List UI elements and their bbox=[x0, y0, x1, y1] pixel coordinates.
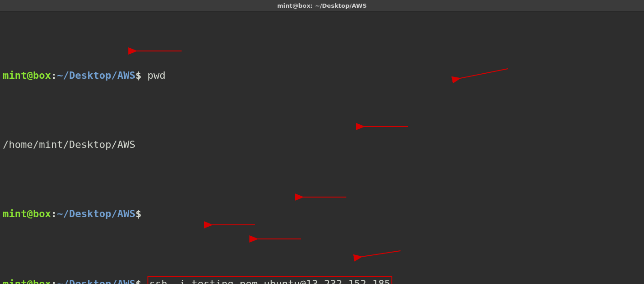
prompt-host: box bbox=[33, 278, 51, 284]
prompt-colon: : bbox=[51, 70, 57, 81]
terminal-body[interactable]: mint@box:~/Desktop/AWS$ pwd /home/mint/D… bbox=[0, 12, 644, 284]
terminal-line: mint@box:~/Desktop/AWS$ ssh -i testing.p… bbox=[3, 276, 641, 284]
prompt-user: mint bbox=[3, 278, 27, 284]
prompt-user: mint bbox=[3, 70, 27, 81]
prompt-dollar: $ bbox=[135, 208, 141, 219]
terminal-line: mint@box:~/Desktop/AWS$ bbox=[3, 207, 641, 221]
window-title: mint@box: ~/Desktop/AWS bbox=[277, 2, 367, 9]
prompt-user: mint bbox=[3, 208, 27, 219]
prompt-path: ~/Desktop/AWS bbox=[57, 208, 135, 219]
command-text: pwd bbox=[142, 70, 166, 81]
prompt-colon: : bbox=[51, 278, 57, 284]
annotation-arrow bbox=[362, 251, 401, 257]
prompt-dollar: $ bbox=[135, 278, 141, 284]
prompt-at: @ bbox=[27, 278, 33, 284]
prompt-at: @ bbox=[27, 70, 33, 81]
prompt-colon: : bbox=[51, 208, 57, 219]
command-pre bbox=[142, 278, 147, 284]
prompt-at: @ bbox=[27, 208, 33, 219]
prompt-path: ~/Desktop/AWS bbox=[57, 70, 135, 81]
terminal-line: mint@box:~/Desktop/AWS$ pwd bbox=[3, 69, 641, 82]
highlighted-command: ssh -i testing.pem ubuntu@13.232.152.185 bbox=[147, 276, 392, 284]
prompt-host: box bbox=[33, 70, 51, 81]
prompt-host: box bbox=[33, 208, 51, 219]
prompt-path: ~/Desktop/AWS bbox=[57, 278, 135, 284]
terminal-output: /home/mint/Desktop/AWS bbox=[3, 138, 641, 152]
prompt-dollar: $ bbox=[135, 70, 141, 81]
window-titlebar: mint@box: ~/Desktop/AWS bbox=[0, 0, 644, 12]
